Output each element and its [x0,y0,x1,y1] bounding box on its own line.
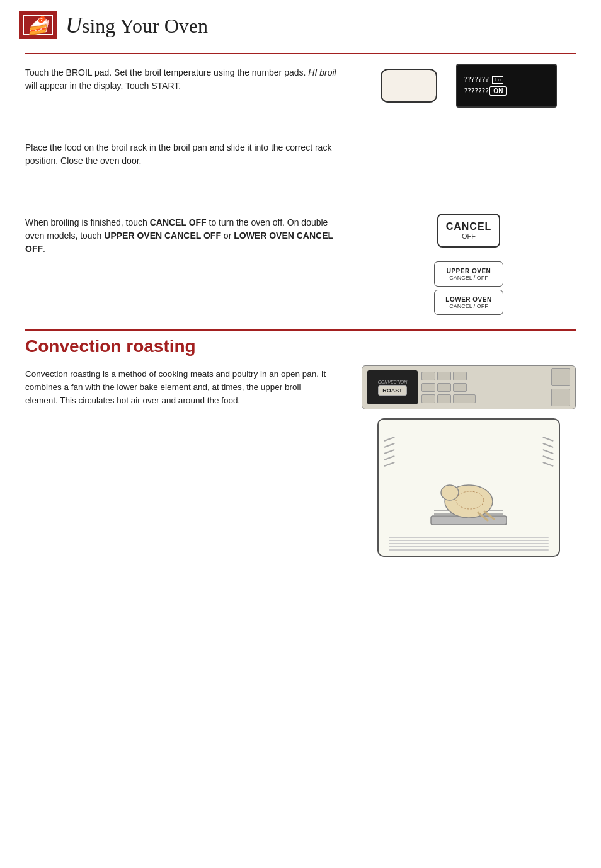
heat-line [384,455,395,460]
heat-line [384,449,395,454]
panel-right-btn-2 [551,389,570,406]
main-content: Touch the BROIL pad. Set the broil tempe… [0,53,601,557]
heat-line [542,449,554,454]
convection-section: Convection roasting Convection roasting … [25,336,576,557]
lower-btn-top: LOWER OVEN [445,296,491,303]
section-broil-1: Touch the BROIL pad. Set the broil tempe… [25,64,576,120]
chicken-illustration [425,469,513,532]
svg-point-4 [441,485,459,500]
title-italic-u: U [66,13,82,38]
convection-title: Convection roasting [25,336,576,357]
convection-visual: CONVECTION ROAST [362,365,576,557]
display-on-button: ON [489,86,507,96]
panel-cell [453,383,467,392]
upper-oven-cancel-illustration: UPPER OVEN CANCEL / OFF [434,261,503,287]
lower-btn-bot: CANCEL / OFF [449,303,488,309]
bottom-line [389,537,549,538]
broil-text-2: Place the food on the broil rack in the … [25,139,362,168]
heat-line [542,462,554,467]
divider-3 [25,203,576,203]
title-rest: sing Your Oven [82,14,208,37]
section-broil-2: Place the food on the broil rack in the … [25,139,576,195]
panel-row-2 [421,383,549,392]
oven-side-lines-left [384,438,395,465]
panel-right-col [551,368,570,406]
panel-row-3 [421,394,549,403]
page-header: 🍰 Using Your Oven [0,0,601,45]
oven-interior-illustration [377,418,560,557]
panel-cell [421,372,435,380]
panel-convection-label: CONVECTION [378,380,408,384]
heat-line [384,443,395,448]
wave-top: ??????? [464,76,488,84]
display-lo-icon: Lo [492,76,503,84]
panel-cell [421,383,435,392]
divider-1 [25,53,576,54]
panel-cell [453,372,467,380]
upper-btn-bot: CANCEL / OFF [449,275,488,281]
panel-right-btn-1 [551,368,570,386]
divider-2 [25,128,576,128]
upper-btn-top: UPPER OVEN [447,268,491,275]
oven-panel-illustration: CONVECTION ROAST [362,365,576,409]
convection-text: Convection roasting is a method of cooki… [25,365,343,557]
broil-visual-1: ??????? Lo ??????? ON [362,64,576,108]
panel-cell [437,372,451,380]
section-cancel: When broiling is finished, touch CANCEL … [25,214,576,318]
panel-cell [437,394,451,403]
heat-line [542,437,554,442]
convection-content: Convection roasting is a method of cooki… [25,365,576,557]
panel-cell [421,394,435,403]
display-row-top: ??????? Lo [464,76,549,84]
bottom-line [389,543,549,544]
chicken-svg [425,469,513,532]
oven-bottom-rack [389,537,549,551]
page-title: Using Your Oven [66,12,208,38]
broil-text-1: Touch the BROIL pad. Set the broil tempe… [25,64,362,93]
display-row-bot: ??????? ON [464,86,549,96]
bottom-line [389,546,549,547]
cancel-off-button-illustration: CANCEL OFF [437,214,500,248]
panel-cell [437,383,451,392]
panel-roast-button: ROAST [378,385,407,396]
logo-box: 🍰 [19,11,57,39]
divider-4 [25,329,576,331]
broil-pad-illustration [381,69,437,103]
heat-line [384,462,395,467]
logo-text: 🍰 [27,15,49,36]
cancel-text: When broiling is finished, touch CANCEL … [25,214,362,256]
cancel-btn-main: CANCEL [446,221,492,232]
bottom-line [389,540,549,541]
panel-row-1 [421,372,549,380]
heat-line [542,455,554,460]
oven-side-lines-right [542,438,554,465]
heat-line [384,437,395,442]
logo-inner: 🍰 [23,15,53,35]
wave-bot: ??????? [464,87,488,95]
panel-convection-strip: CONVECTION ROAST [367,370,418,404]
panel-buttons-grid [421,372,549,403]
heat-line [542,443,554,448]
bottom-line [389,549,549,551]
panel-cell-wide [453,394,476,403]
display-panel-illustration: ??????? Lo ??????? ON [456,64,557,108]
lower-oven-cancel-illustration: LOWER OVEN CANCEL / OFF [434,290,503,315]
cancel-visual: CANCEL OFF UPPER OVEN CANCEL / OFF LOWER… [362,214,576,318]
cancel-btn-sub: OFF [462,232,476,240]
